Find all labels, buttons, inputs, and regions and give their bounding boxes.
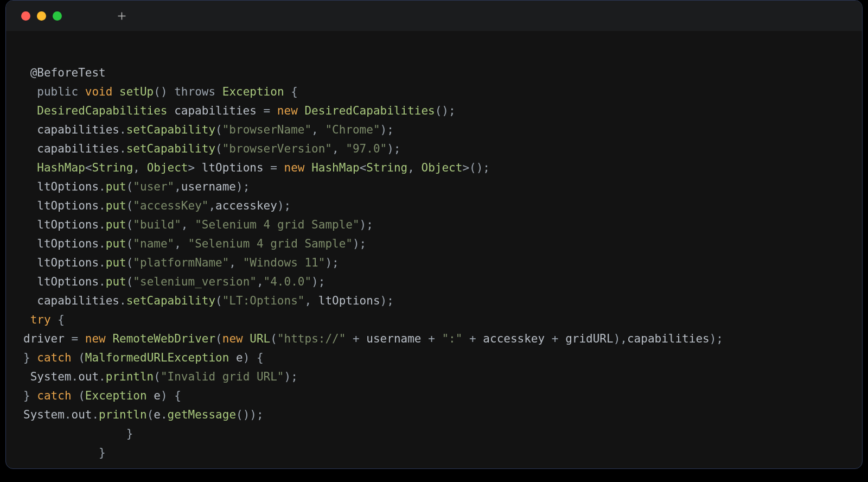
identifier: out bbox=[78, 370, 99, 383]
new-tab-button[interactable]: + bbox=[117, 8, 126, 24]
keyword-new: new bbox=[277, 104, 298, 117]
paren-close: ) bbox=[284, 370, 291, 383]
type: DesiredCapabilities bbox=[37, 104, 167, 117]
gt: > bbox=[462, 161, 469, 174]
method-call: println bbox=[106, 370, 154, 383]
identifier: ltOptions bbox=[202, 161, 264, 174]
string-literal: "browserVersion" bbox=[222, 142, 332, 155]
dot: . bbox=[119, 142, 126, 155]
identifier: ltOptions bbox=[37, 199, 99, 212]
semi: ; bbox=[243, 180, 250, 193]
code-editor[interactable]: @BeforeTest public void setUp() throws E… bbox=[6, 31, 862, 469]
paren-close: ) bbox=[236, 180, 243, 193]
paren-close: ) bbox=[360, 218, 367, 231]
method-call: put bbox=[106, 256, 126, 269]
parens: () bbox=[236, 408, 250, 421]
minimize-icon[interactable] bbox=[37, 11, 46, 21]
code-line: ltOptions.put("selenium_version","4.0.0"… bbox=[23, 275, 325, 288]
method-call: setCapability bbox=[126, 294, 215, 307]
paren-close: ) bbox=[311, 275, 318, 288]
window-controls bbox=[21, 11, 62, 21]
identifier: ltOptions bbox=[37, 237, 99, 250]
code-line: public void setUp() throws Exception { bbox=[23, 85, 298, 98]
semi: ; bbox=[332, 256, 339, 269]
code-line: capabilities.setCapability("LT:Options",… bbox=[23, 294, 394, 307]
identifier: out bbox=[72, 408, 92, 421]
code-line: ltOptions.put("name", "Selenium 4 grid S… bbox=[23, 237, 366, 250]
comma: , bbox=[181, 218, 188, 231]
brace-close: } bbox=[99, 446, 106, 459]
keyword-new: new bbox=[284, 161, 305, 174]
string-literal: "selenium_version" bbox=[133, 275, 257, 288]
method-call: put bbox=[106, 180, 126, 193]
string-literal: "name" bbox=[133, 237, 174, 250]
dot: . bbox=[99, 218, 106, 231]
close-icon[interactable] bbox=[21, 11, 30, 21]
keyword-throws: throws bbox=[174, 85, 215, 98]
string-literal: "https://" bbox=[277, 332, 346, 345]
code-line: System.out.println("Invalid grid URL"); bbox=[23, 370, 298, 383]
op-eq: = bbox=[72, 332, 79, 345]
terminal-window: + @BeforeTest public void setUp() throws… bbox=[5, 0, 863, 469]
paren-open: ( bbox=[215, 123, 222, 136]
paren-close: ) bbox=[250, 408, 257, 421]
paren-close: ) bbox=[380, 123, 387, 136]
dot: . bbox=[99, 237, 106, 250]
semi: ; bbox=[387, 294, 394, 307]
identifier: capabilities bbox=[37, 123, 119, 136]
comma: , bbox=[304, 294, 311, 307]
string-literal: "Windows 11" bbox=[243, 256, 326, 269]
identifier: e bbox=[154, 408, 161, 421]
keyword-new: new bbox=[85, 332, 106, 345]
identifier: accesskey bbox=[215, 199, 277, 212]
maximize-icon[interactable] bbox=[53, 11, 62, 21]
method-call: put bbox=[106, 199, 126, 212]
string-literal: "accessKey" bbox=[133, 199, 208, 212]
paren-close: ) bbox=[380, 294, 387, 307]
comma: , bbox=[208, 199, 215, 212]
code-line: try { bbox=[23, 313, 65, 326]
paren-close: ) bbox=[277, 199, 284, 212]
paren-close: ) bbox=[325, 256, 332, 269]
dot: . bbox=[99, 256, 106, 269]
semi: ; bbox=[284, 199, 291, 212]
code-line: ltOptions.put("user",username); bbox=[23, 180, 250, 193]
comma: , bbox=[174, 180, 181, 193]
string-literal: "Selenium 4 grid Sample" bbox=[195, 218, 359, 231]
code-line: capabilities.setCapability("browserName"… bbox=[23, 123, 394, 136]
paren-close: ) bbox=[614, 332, 621, 345]
keyword-try: try bbox=[30, 313, 51, 326]
identifier: driver bbox=[23, 332, 65, 345]
paren-open: ( bbox=[147, 408, 154, 421]
dot: . bbox=[99, 199, 106, 212]
annotation-name: BeforeTest bbox=[37, 66, 105, 79]
identifier: gridURL bbox=[565, 332, 614, 345]
semi: ; bbox=[449, 104, 456, 117]
keyword-void: void bbox=[85, 85, 113, 98]
keyword-public: public bbox=[37, 85, 78, 98]
paren-open: ( bbox=[126, 180, 133, 193]
paren-open: ( bbox=[215, 294, 222, 307]
semi: ; bbox=[483, 161, 490, 174]
code-line: capabilities.setCapability("browserVersi… bbox=[23, 142, 400, 155]
paren-close: ) bbox=[243, 351, 250, 364]
identifier: username bbox=[366, 332, 421, 345]
parens: () bbox=[154, 85, 167, 98]
method-call: getMessage bbox=[168, 408, 236, 421]
comma: , bbox=[407, 161, 414, 174]
type: RemoteWebDriver bbox=[112, 332, 215, 345]
code-line: } catch (MalformedURLException e) { bbox=[23, 351, 264, 364]
semi: ; bbox=[394, 142, 401, 155]
op-plus: + bbox=[469, 332, 476, 345]
identifier: capabilities bbox=[627, 332, 710, 345]
string-literal: "user" bbox=[133, 180, 174, 193]
identifier: ltOptions bbox=[37, 275, 99, 288]
generic-k: String bbox=[366, 161, 407, 174]
semi: ; bbox=[387, 123, 394, 136]
code-line: DesiredCapabilities capabilities = new D… bbox=[23, 104, 456, 117]
identifier: ltOptions bbox=[37, 218, 99, 231]
string-literal: "platformName" bbox=[133, 256, 229, 269]
type: Exception bbox=[85, 389, 147, 402]
dot: . bbox=[72, 370, 79, 383]
lt: < bbox=[360, 161, 367, 174]
